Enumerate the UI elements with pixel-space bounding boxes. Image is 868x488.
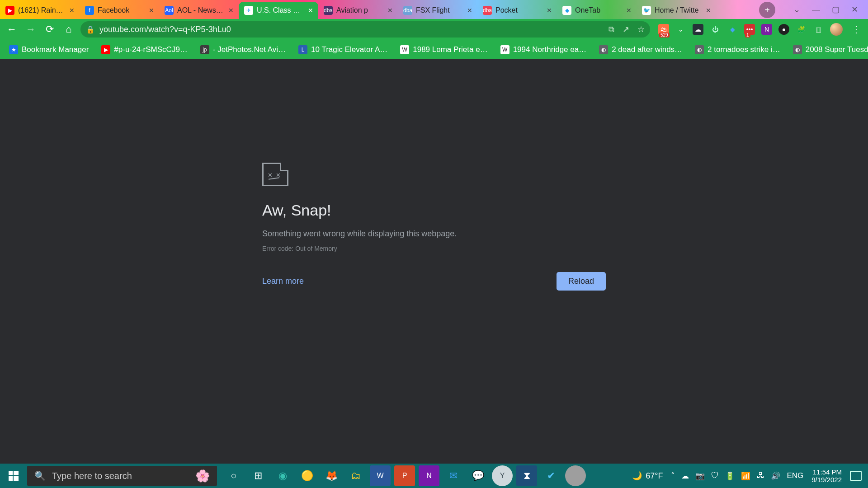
bookmark-item[interactable]: W1994 Northridge ea… [495,42,592,57]
tab-close-icon[interactable]: ✕ [466,6,474,14]
browser-tab[interactable]: ▶(1621) Rainy C✕ [0,2,80,19]
task-mail-icon[interactable]: ✉ [443,465,464,486]
bookmark-favicon: ▶ [101,45,110,54]
install-app-icon[interactable]: ⧉ [609,25,614,34]
task-powerpoint-icon[interactable]: P [394,465,415,486]
browser-tab[interactable]: 🐦Home / Twitte✕ [637,2,716,19]
ext-diamond-icon[interactable]: ◆ [727,24,738,35]
browser-tab[interactable]: dbaAviation p✕ [318,2,398,19]
bookmark-item[interactable]: ◐2008 Super Tuesda… [788,42,868,57]
bookmark-star-icon[interactable]: ☆ [637,24,645,34]
tray-defender-icon[interactable]: 🛡 [711,471,719,480]
close-window-button[interactable]: ✕ [851,5,858,14]
error-title: Aw, Snap! [262,202,606,219]
tray-meetnow-icon[interactable]: 📷 [695,471,705,481]
taskbar-search[interactable]: 🔍 Type here to search 🌸 [27,466,217,486]
tab-favicon: dba [403,6,412,15]
tab-close-icon[interactable]: ✕ [147,6,156,14]
action-center-icon[interactable] [850,471,862,481]
tab-close-icon[interactable]: ✕ [545,6,553,14]
reload-button[interactable]: ⟳ [42,22,57,37]
start-button[interactable] [0,464,27,488]
tray-network-icon[interactable]: 🖧 [757,471,764,480]
address-bar[interactable]: 🔒 youtube.com/watch?v=q-KP5-3hLu0 ⧉ ↗ ☆ [80,21,650,38]
tab-close-icon[interactable]: ✕ [625,6,633,14]
tab-close-icon[interactable]: ✕ [68,6,76,14]
bookmark-item[interactable]: ★Bookmark Manager [4,42,94,57]
taskbar-clock[interactable]: 11:54 PM 9/19/2022 [811,468,842,484]
task-todo-icon[interactable]: ✔ [541,465,561,486]
ext-power-icon[interactable]: ⏻ [710,24,721,35]
browser-tab[interactable]: AolAOL - News, P✕ [159,2,239,19]
browser-tab[interactable]: ✈U.S. Class C A✕ [239,2,318,19]
minimize-button[interactable]: — [812,5,820,14]
new-tab-button[interactable]: + [759,2,775,18]
bookmark-label: 10 Tragic Elevator A… [311,45,387,54]
browser-tab[interactable]: dbaFSX Flight✕ [398,2,477,19]
task-chrome-icon[interactable]: 🟡 [297,465,317,486]
tab-favicon: ◆ [562,6,571,15]
task-taskview-icon[interactable]: ⊞ [248,465,269,486]
tab-close-icon[interactable]: ✕ [704,6,712,14]
share-icon[interactable]: ↗ [623,24,629,34]
bookmark-label: #p-u-24-rSMScCJ9… [114,45,188,54]
ext-vpn-icon[interactable]: ☁ [693,24,703,35]
dropdown-icon[interactable]: ⌄ [793,5,800,14]
window-controls: ⌄ — ▢ ✕ [780,5,868,19]
task-cortana-icon[interactable]: ○ [223,465,244,486]
extensions-menu-icon[interactable]: 🧩 [796,24,807,35]
bookmark-item[interactable]: ◐2 dead after winds… [594,42,688,57]
tray-wifi-icon[interactable]: 📶 [741,471,750,481]
tray-chevron-icon[interactable]: ˄ [671,471,675,481]
error-message: Something went wrong while displaying th… [262,229,606,239]
bookmark-item[interactable]: L10 Tragic Elevator A… [293,42,393,57]
tab-label: U.S. Class C A [257,6,303,14]
lock-icon: 🔒 [86,25,95,34]
tab-label: Aviation p [336,6,382,14]
task-app1-icon[interactable]: Y [492,465,513,486]
bookmarks-bar: ★Bookmark Manager▶#p-u-24-rSMScCJ9…jp- J… [0,40,868,59]
tray-language[interactable]: ENG [787,471,803,480]
forward-button[interactable]: → [24,22,38,37]
browser-tab[interactable]: fFacebook✕ [80,2,159,19]
ext-shopping-icon[interactable]: 🛍 [658,24,669,35]
tab-close-icon[interactable]: ✕ [307,6,315,14]
ext-onenote-icon[interactable]: N [761,24,772,35]
task-word-icon[interactable]: W [370,465,391,486]
browser-tab[interactable]: dbaPocket✕ [477,2,557,19]
task-edge-icon[interactable]: ◉ [272,465,293,486]
task-app3-icon[interactable] [565,465,586,486]
task-explorer-icon[interactable]: 🗂 [345,465,366,486]
ext-pocket-icon[interactable]: ⌄ [675,24,686,35]
reload-page-button[interactable]: Reload [557,272,606,291]
maximize-button[interactable]: ▢ [832,5,840,14]
profile-avatar[interactable] [830,23,843,36]
back-button[interactable]: ← [5,22,19,37]
error-panel: ✕✕ Aw, Snap! Something went wrong while … [262,163,606,291]
tab-close-icon[interactable]: ✕ [227,6,235,14]
task-onenote-icon[interactable]: N [419,465,439,486]
tray-onedrive-icon[interactable]: ☁ [681,471,689,481]
sidepanel-icon[interactable]: ▥ [813,24,824,35]
tab-favicon: f [85,6,94,15]
tray-volume-icon[interactable]: 🔊 [771,471,780,481]
task-messenger-icon[interactable]: 💬 [467,465,488,486]
tab-label: Pocket [495,6,542,14]
bookmark-label: Bookmark Manager [22,45,89,54]
learn-more-link[interactable]: Learn more [262,277,304,286]
ext-dark-icon[interactable]: ● [778,24,789,35]
ext-lastpass-icon[interactable]: ••• [744,24,755,35]
tab-close-icon[interactable]: ✕ [386,6,394,14]
bookmark-item[interactable]: jp- JetPhotos.Net Avi… [195,42,291,57]
chrome-menu-button[interactable]: ⋮ [849,24,863,35]
tray-battery-icon[interactable]: 🔋 [725,471,735,481]
bookmark-item[interactable]: W1989 Loma Prieta e… [395,42,493,57]
task-app2-icon[interactable]: ⧗ [516,465,537,486]
home-button[interactable]: ⌂ [61,22,76,37]
bookmark-item[interactable]: ▶#p-u-24-rSMScCJ9… [96,42,193,57]
url-text: youtube.com/watch?v=q-KP5-3hLu0 [99,25,604,34]
bookmark-item[interactable]: ◐2 tornadoes strike i… [689,42,786,57]
browser-tab[interactable]: ◆OneTab✕ [557,2,637,19]
task-firefox-icon[interactable]: 🦊 [321,465,342,486]
weather-widget[interactable]: 🌙 67°F [632,471,663,481]
